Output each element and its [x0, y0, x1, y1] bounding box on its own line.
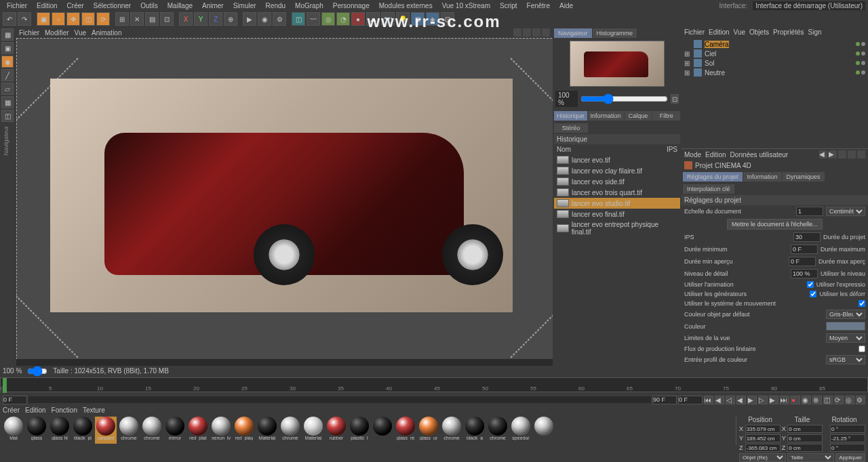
- coord-pos-input[interactable]: [745, 444, 781, 452]
- tab-reglages[interactable]: Réglages du projet: [683, 172, 743, 182]
- render-settings[interactable]: ⚙: [273, 12, 286, 26]
- coord-pos-input[interactable]: [745, 425, 781, 433]
- tl-play[interactable]: ▶: [747, 396, 757, 404]
- material-item[interactable]: glass_or: [418, 417, 439, 444]
- tree-item[interactable]: ⊞Ciel: [684, 49, 865, 58]
- tl-rec[interactable]: ●: [791, 396, 800, 404]
- timeline-end[interactable]: [652, 396, 677, 404]
- material-ball[interactable]: [96, 417, 115, 436]
- history-item[interactable]: lancer evo studio.tif: [554, 198, 680, 209]
- attr-mode[interactable]: Mode: [684, 151, 701, 159]
- attr-edition[interactable]: Edition: [705, 151, 726, 159]
- material-item[interactable]: Mat: [3, 417, 24, 444]
- poly-mode[interactable]: ▱: [1, 83, 14, 95]
- vp-icon-2[interactable]: [523, 28, 531, 37]
- tool-btn-1[interactable]: ⊞: [115, 12, 129, 26]
- timeline-start[interactable]: [3, 396, 27, 404]
- obj-sign[interactable]: Sign: [808, 28, 822, 37]
- select-tool[interactable]: ▣: [37, 12, 50, 26]
- tab-dynamiques[interactable]: Dynamiques: [783, 172, 825, 182]
- material-item[interactable]: red_play: [233, 417, 255, 444]
- vp-icon-4[interactable]: [542, 28, 550, 37]
- col-ips[interactable]: IPS: [667, 146, 677, 153]
- scale-tool[interactable]: ◫: [81, 12, 95, 26]
- obj-vue[interactable]: Vue: [734, 28, 745, 37]
- axis-z[interactable]: Z: [209, 12, 222, 26]
- menu-animer[interactable]: Animer: [198, 1, 228, 11]
- redo-button[interactable]: ↷: [18, 12, 31, 26]
- undo-button[interactable]: ↶: [3, 12, 16, 26]
- menu-edition[interactable]: Edition: [33, 1, 62, 11]
- material-item[interactable]: mirror: [164, 417, 186, 444]
- tl-first[interactable]: ⏮: [704, 396, 713, 404]
- texture-mode[interactable]: ▦: [1, 96, 14, 108]
- echelle-input[interactable]: [796, 207, 823, 216]
- material-item[interactable]: glass hl: [49, 417, 71, 444]
- rotate-tool[interactable]: ⟳: [96, 12, 110, 26]
- status-zoom-slider[interactable]: [27, 366, 47, 377]
- material-ball[interactable]: [258, 417, 277, 436]
- material-ball[interactable]: [304, 417, 323, 436]
- material-item[interactable]: black_pl: [72, 417, 94, 444]
- menu-creer[interactable]: Créer: [63, 1, 88, 11]
- material-ball[interactable]: [73, 417, 92, 436]
- tl-key-rot[interactable]: ⟳: [834, 396, 844, 404]
- menu-rendu[interactable]: Rendu: [262, 1, 290, 11]
- history-item[interactable]: lancer evo.tif: [554, 154, 680, 165]
- tl-next-frame[interactable]: ▷: [758, 396, 768, 404]
- limites-select[interactable]: Moyen: [826, 333, 865, 343]
- vp-animation[interactable]: Animation: [92, 29, 121, 37]
- material-item[interactable]: black_a: [464, 417, 486, 444]
- obj-objets[interactable]: Objets: [749, 28, 769, 37]
- ips-input[interactable]: [793, 232, 821, 242]
- viewport-scrollbar[interactable]: [16, 359, 553, 366]
- object-mode[interactable]: ▣: [1, 42, 14, 54]
- tl-prev-key[interactable]: ◀: [715, 396, 724, 404]
- material-ball[interactable]: [327, 417, 346, 436]
- history-item[interactable]: lancer evo side.tif: [554, 176, 680, 187]
- material-item[interactable]: [372, 417, 393, 444]
- tool-btn-2[interactable]: ✕: [130, 12, 144, 26]
- tl-prev-frame[interactable]: ◁: [726, 396, 735, 404]
- tool-btn-3[interactable]: ▤: [145, 12, 159, 26]
- material-ball[interactable]: [350, 417, 369, 436]
- menu-aide[interactable]: Aide: [555, 1, 577, 11]
- couleur-swatch[interactable]: [826, 322, 865, 331]
- attr-next-icon[interactable]: ▶: [829, 150, 837, 159]
- tl-key-scale[interactable]: ◫: [823, 396, 833, 404]
- history-item[interactable]: lancer evo trois quart.tif: [554, 187, 680, 198]
- obj-edition[interactable]: Edition: [709, 28, 730, 37]
- nav-zoom-slider[interactable]: [580, 95, 668, 103]
- status-zoom[interactable]: 100 %: [3, 367, 22, 375]
- util-anim-check[interactable]: [807, 281, 814, 288]
- workplane-mode[interactable]: ◫: [1, 110, 14, 122]
- menu-personnage[interactable]: Personnage: [329, 1, 374, 11]
- coord-pos-input[interactable]: [745, 434, 781, 442]
- tab-filtre[interactable]: Filtre: [652, 111, 680, 121]
- coord-size-input[interactable]: [787, 444, 823, 452]
- nurbs-tool[interactable]: ◔: [336, 12, 350, 26]
- material-item[interactable]: chrome: [487, 417, 509, 444]
- material-item[interactable]: xenon_lv: [210, 417, 232, 444]
- material-item[interactable]: carpaint: [95, 417, 117, 444]
- menu-outils[interactable]: Outils: [136, 1, 162, 11]
- generator-tool[interactable]: ◎: [321, 12, 335, 26]
- interface-dropdown[interactable]: Interface de démarrage (Utilisateur): [753, 1, 865, 10]
- tab-info[interactable]: Information: [743, 172, 782, 182]
- tl-key-pla[interactable]: ◎: [845, 396, 854, 404]
- vp-vue[interactable]: Vue: [75, 29, 86, 37]
- spline-tool[interactable]: 〰: [307, 12, 320, 26]
- coord-size-input[interactable]: [787, 425, 823, 433]
- mat-edition[interactable]: Edition: [25, 406, 46, 415]
- material-ball[interactable]: [465, 417, 484, 436]
- attr-prev-icon[interactable]: ◀: [819, 150, 827, 159]
- nav-preview-image[interactable]: [570, 41, 665, 87]
- mat-fonction[interactable]: Fonction: [52, 406, 77, 415]
- menu-vue10[interactable]: Vue 10 xStream: [438, 1, 494, 11]
- mat-texture[interactable]: Texture: [83, 406, 105, 415]
- menu-script[interactable]: Script: [496, 1, 521, 11]
- material-item[interactable]: Material: [302, 417, 324, 444]
- nav-zoom-fit[interactable]: ⊡: [671, 94, 679, 104]
- material-ball[interactable]: [50, 417, 69, 436]
- move-tool[interactable]: ✥: [66, 12, 80, 26]
